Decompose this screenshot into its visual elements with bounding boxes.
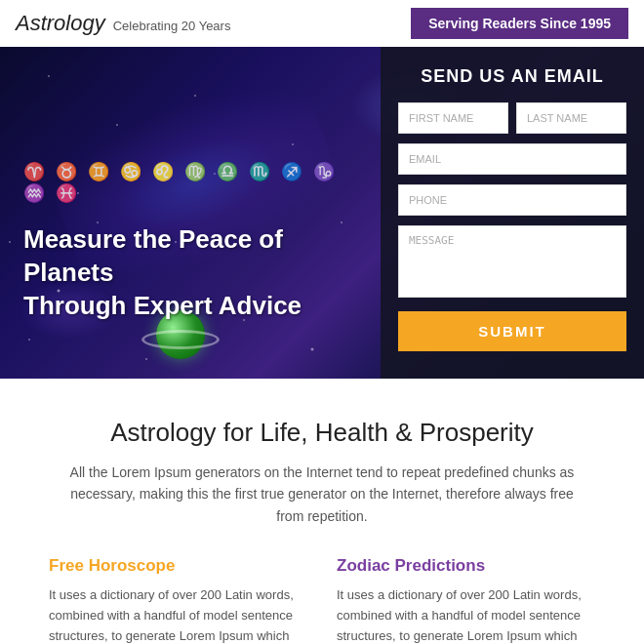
email-input[interactable]: [398, 143, 626, 175]
main-title: Astrology for Life, Health & Prosperity: [49, 418, 595, 448]
feature-text-zodiac: It uses a dictionary of over 200 Latin w…: [337, 585, 595, 644]
form-title: SEND US AN EMAIL: [398, 66, 626, 87]
last-name-input[interactable]: [516, 102, 626, 134]
feature-title-zodiac: Zodiac Predictions: [337, 556, 595, 576]
first-name-input[interactable]: [398, 102, 508, 134]
hero-title-line1: Measure the Peace of Planets: [23, 224, 283, 287]
contact-form-panel: SEND US AN EMAIL SUBMIT: [381, 47, 644, 379]
hero-section: ♈ ♉ ♊ ♋ ♌ ♍ ♎ ♏ ♐ ♑ ♒ ♓ Measure the Peac…: [0, 47, 644, 379]
main-content: Astrology for Life, Health & Prosperity …: [0, 379, 644, 644]
tagline-badge: Serving Readers Since 1995: [411, 8, 628, 39]
site-branding: Astrology Celebrating 20 Years: [16, 11, 230, 36]
page-header: Astrology Celebrating 20 Years Serving R…: [0, 0, 644, 47]
feature-free-horoscope: Free Horoscope It uses a dictionary of o…: [49, 556, 307, 644]
feature-zodiac-predictions: Zodiac Predictions It uses a dictionary …: [337, 556, 595, 644]
site-title: Astrology: [16, 11, 105, 36]
features-section: Free Horoscope It uses a dictionary of o…: [49, 556, 595, 644]
site-subtitle: Celebrating 20 Years: [113, 19, 231, 33]
feature-text-horoscope: It uses a dictionary of over 200 Latin w…: [49, 585, 307, 644]
phone-input[interactable]: [398, 184, 626, 216]
name-row: [398, 102, 626, 134]
message-input[interactable]: [398, 225, 626, 298]
zodiac-symbols: ♈ ♉ ♊ ♋ ♌ ♍ ♎ ♏ ♐ ♑ ♒ ♓: [23, 161, 357, 204]
submit-button[interactable]: SUBMIT: [398, 311, 626, 351]
main-description: All the Lorem Ipsum generators on the In…: [68, 462, 576, 527]
hero-title: Measure the Peace of Planets Through Exp…: [23, 223, 357, 322]
feature-title-horoscope: Free Horoscope: [49, 556, 307, 576]
hero-title-line2: Through Expert Advice: [23, 291, 302, 320]
hero-content: ♈ ♉ ♊ ♋ ♌ ♍ ♎ ♏ ♐ ♑ ♒ ♓ Measure the Peac…: [0, 47, 381, 379]
